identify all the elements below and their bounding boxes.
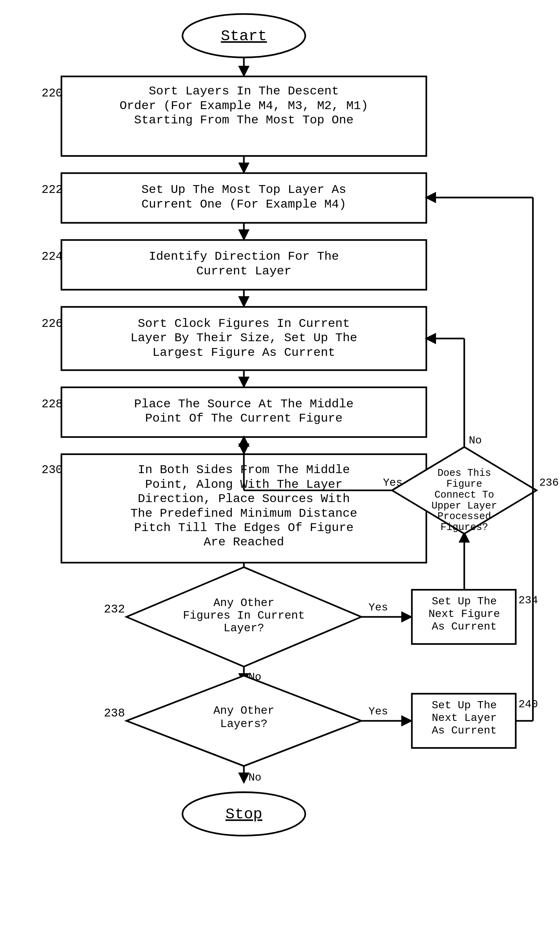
lbl-236: 236 [539, 477, 558, 489]
b226-t2: Layer By Their Size, Set Up The [130, 331, 357, 345]
start-text: Start [221, 27, 267, 45]
lbl-224: 224 [42, 250, 63, 263]
lbl-240: 240 [518, 699, 538, 711]
lbl-222: 222 [42, 183, 63, 196]
d236-t5: Processed [437, 511, 491, 522]
b224-t2: Current Layer [196, 264, 291, 278]
b240-t2: Next Layer [432, 712, 497, 724]
b230-t6: Are Reached [204, 535, 284, 549]
b226-t1: Sort Clock Figures In Current [138, 317, 350, 331]
lbl-238: 238 [104, 706, 125, 720]
b226-t3: Largest Figure As Current [153, 346, 336, 360]
d232-t1: Any Other [213, 597, 274, 609]
stop-text: Stop [225, 805, 262, 823]
d232-t2: Figures In Current [183, 609, 305, 622]
b230-t4: The Predefined Minimum Distance [130, 507, 357, 521]
b230-t5: Pitch Till The Edges Of Figure [134, 521, 353, 535]
d236-t2: Figure [446, 479, 482, 490]
b234-t1: Set Up The [432, 595, 497, 608]
b234-t2: Next Figure [429, 608, 500, 620]
lbl-232: 232 [104, 603, 125, 616]
no-236: No [469, 434, 482, 447]
b222-t1: Set Up The Most Top Layer As [141, 183, 346, 197]
yes-232: Yes [369, 601, 388, 614]
d236-t6: Figures? [440, 522, 488, 533]
b220-t3: Starting From The Most Top One [134, 113, 353, 127]
b224-t1: Identify Direction For The [149, 249, 339, 263]
d238-t2: Layers? [220, 717, 267, 731]
main-diagram: Start 220 Sort Layers In The Descent Ord… [0, 0, 560, 952]
b240-t3: As Current [432, 725, 497, 737]
lbl-226: 226 [42, 317, 63, 330]
yes-236: Yes [383, 477, 402, 489]
lbl-228: 228 [42, 397, 63, 411]
b222-t2: Current One (For Example M4) [141, 197, 346, 211]
b240-t1: Set Up The [432, 699, 497, 712]
d232-t3: Layer? [224, 622, 264, 635]
b234-t3: As Current [432, 621, 497, 633]
b228-t1: Place The Source At The Middle [134, 397, 353, 411]
d238-t1: Any Other [213, 704, 274, 717]
yes-238: Yes [369, 706, 388, 718]
main-svg: Start 220 Sort Layers In The Descent Ord… [0, 7, 560, 952]
d236-t1: Does This [437, 468, 491, 479]
lbl-230: 230 [42, 463, 63, 476]
b228-t2: Point Of The Current Figure [145, 411, 342, 425]
lbl-234: 234 [518, 595, 538, 607]
b220-t2: Order (For Example M4, M3, M2, M1) [120, 99, 368, 113]
lbl-220: 220 [42, 87, 63, 100]
b220-t1: Sort Layers In The Descent [149, 84, 339, 98]
d236-t3: Connect To [434, 490, 494, 501]
b230-t3: Direction, Place Sources With [138, 492, 350, 506]
no-238: No [248, 772, 261, 784]
d236-t4: Upper Layer [432, 501, 497, 512]
